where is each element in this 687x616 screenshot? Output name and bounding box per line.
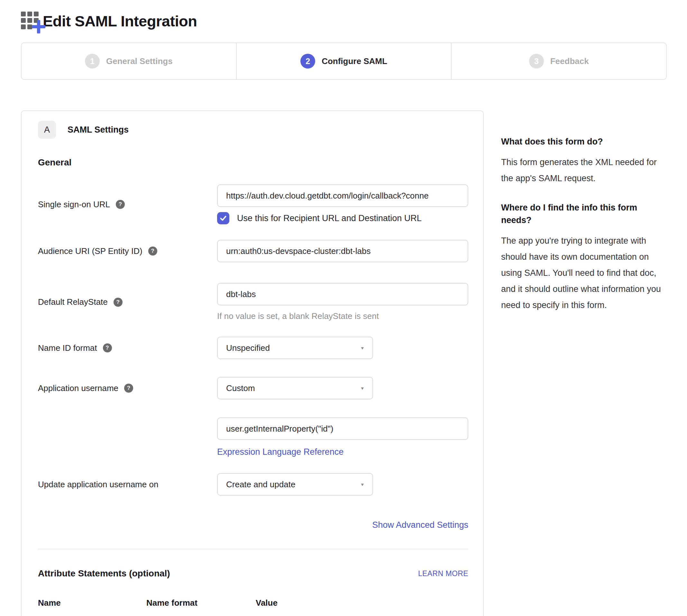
wizard-stepper: 1 General Settings 2 Configure SAML 3 Fe… [21,43,667,80]
app-username-row: Application username ? Custom ▼ [38,377,468,399]
sso-url-fields: Use this for Recipient URL and Destinati… [217,184,468,224]
chevron-down-icon: ▼ [360,386,365,390]
page-header: Edit SAML Integration [21,10,667,34]
custom-expression-input[interactable] [217,417,468,440]
help-answer-1: This form generates the XML needed for t… [501,154,667,187]
attr-header-name: Name [38,598,146,608]
name-id-format-row: Name ID format ? Unspecified ▼ [38,337,468,359]
help-icon[interactable]: ? [116,200,125,209]
add-application-icon [21,10,42,32]
step-configure-saml[interactable]: 2 Configure SAML [236,43,451,79]
sso-url-label: Single sign-on URL [38,200,110,210]
step-3-label: Feedback [550,56,589,66]
expression-language-reference-link[interactable]: Expression Language Reference [217,447,344,457]
step-1-label: General Settings [106,56,173,66]
chevron-down-icon: ▼ [360,346,365,350]
update-username-value: Create and update [226,480,295,489]
recipient-url-checkbox-label: Use this for Recipient URL and Destinati… [237,213,422,223]
audience-uri-label: Audience URI (SP Entity ID) [38,246,142,256]
recipient-url-checkbox[interactable] [217,212,229,224]
page-title: Edit SAML Integration [43,10,197,33]
audience-uri-input[interactable] [217,240,468,262]
relay-state-helper-text: If no value is set, a blank RelayState i… [217,311,468,321]
advanced-settings-row: Show Advanced Settings [38,520,468,530]
attribute-statements-title: Attribute Statements (optional) [38,568,170,579]
step-feedback[interactable]: 3 Feedback [451,43,666,79]
update-username-fields: Create and update ▼ [217,473,468,496]
card-title: SAML Settings [68,125,129,135]
section-a-badge: A [38,121,56,139]
show-advanced-settings-link[interactable]: Show Advanced Settings [372,520,468,530]
name-id-format-fields: Unspecified ▼ [217,337,468,359]
update-username-label-group: Update application username on [38,473,217,496]
relay-state-row: Default RelayState ? If no value is set,… [38,283,468,321]
chevron-down-icon: ▼ [360,482,365,487]
relay-state-label-group: Default RelayState ? [38,283,217,321]
help-icon[interactable]: ? [103,344,112,352]
custom-expression-row: Expression Language Reference [38,417,468,457]
update-username-row: Update application username on Create an… [38,473,468,496]
plus-icon [32,20,45,34]
sso-url-label-group: Single sign-on URL ? [38,184,217,224]
step-2-circle: 2 [300,54,315,69]
relay-state-fields: If no value is set, a blank RelayState i… [217,283,468,321]
edit-saml-integration-page: Edit SAML Integration 1 General Settings… [0,0,687,616]
app-username-fields: Custom ▼ [217,377,468,399]
main-content: A SAML Settings General Single sign-on U… [21,110,667,616]
name-id-format-label: Name ID format [38,343,97,353]
audience-uri-row: Audience URI (SP Entity ID) ? [38,240,468,262]
recipient-url-checkbox-row: Use this for Recipient URL and Destinati… [217,212,468,224]
step-3-circle: 3 [529,54,544,69]
help-panel: What does this form do? This form genera… [501,110,667,328]
attr-header-name-format: Name format [146,598,256,608]
sso-url-row: Single sign-on URL ? Use this for Recipi… [38,184,468,224]
step-general-settings[interactable]: 1 General Settings [22,43,236,79]
help-question-2: Where do I find the info this form needs… [501,201,667,226]
update-username-label: Update application username on [38,480,158,489]
card-header: A SAML Settings [38,121,468,139]
help-icon[interactable]: ? [114,298,122,307]
general-section-heading: General [38,157,468,168]
learn-more-link[interactable]: LEARN MORE [418,569,468,578]
name-id-format-label-group: Name ID format ? [38,337,217,359]
saml-settings-card: A SAML Settings General Single sign-on U… [21,110,484,616]
custom-expression-label-spacer [38,417,217,457]
step-1-circle: 1 [85,54,100,69]
name-id-format-select[interactable]: Unspecified ▼ [217,337,373,359]
help-question-1: What does this form do? [501,135,667,148]
app-username-label: Application username [38,383,118,393]
name-id-format-value: Unspecified [226,343,270,353]
audience-uri-fields [217,240,468,262]
custom-expression-fields: Expression Language Reference [217,417,468,457]
app-username-value: Custom [226,383,255,393]
audience-uri-label-group: Audience URI (SP Entity ID) ? [38,240,217,262]
help-answer-2: The app you're trying to integrate with … [501,233,667,313]
update-username-select[interactable]: Create and update ▼ [217,473,373,496]
section-divider [38,549,468,549]
sso-url-input[interactable] [217,184,468,207]
attribute-statements-header: Attribute Statements (optional) LEARN MO… [38,568,468,579]
attribute-table-headers: Name Name format Value [38,598,468,608]
help-icon[interactable]: ? [124,383,133,393]
app-username-label-group: Application username ? [38,377,217,399]
attr-header-value: Value [256,598,278,608]
app-username-select[interactable]: Custom ▼ [217,377,373,399]
relay-state-label: Default RelayState [38,297,108,307]
check-icon [219,214,227,222]
step-2-label: Configure SAML [322,56,387,66]
relay-state-input[interactable] [217,283,468,305]
help-icon[interactable]: ? [148,246,157,256]
